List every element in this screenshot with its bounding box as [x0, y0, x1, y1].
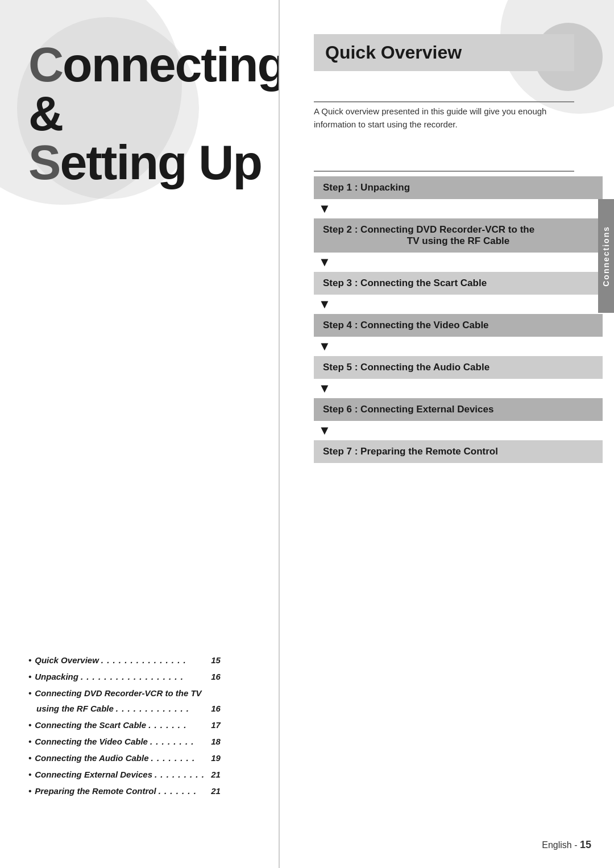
title-s-letter: S: [28, 135, 60, 189]
toc-item-scart: • Connecting the Scart Cable . . . . . .…: [28, 717, 221, 733]
toc-item-remote: • Preparing the Remote Control . . . . .…: [28, 783, 221, 799]
divider-line-2: [314, 171, 574, 172]
step-5-box: Step 5 : Connecting the Audio Cable: [314, 356, 603, 379]
step-2-sublabel: TV using the RF Cable: [323, 235, 594, 247]
steps-area: Step 1 : Unpacking ▼ Step 2 : Connecting…: [314, 176, 603, 465]
step-6-box: Step 6 : Connecting External Devices: [314, 398, 603, 421]
step-1-box: Step 1 : Unpacking: [314, 176, 603, 199]
left-panel: Connecting & Setting Up • Quick Overview…: [0, 0, 279, 868]
page-footer: English - 15: [542, 839, 591, 851]
right-panel: Quick Overview A Quick overview presente…: [280, 0, 614, 868]
divider-line-1: [314, 101, 574, 102]
step-5-label: Step 5 : Connecting the Audio Cable: [323, 362, 489, 373]
step-7-label: Step 7 : Preparing the Remote Control: [323, 446, 498, 457]
arrow-1: ▼: [318, 202, 603, 215]
step-3-box: Step 3 : Connecting the Scart Cable: [314, 272, 603, 295]
footer-text: English -: [542, 840, 580, 850]
description-text: A Quick overview presented in this guide…: [314, 105, 574, 131]
step-1-label: Step 1 : Unpacking: [323, 182, 410, 193]
page-number: 15: [580, 839, 591, 850]
arrow-6: ▼: [318, 424, 603, 437]
quick-overview-title: Quick Overview: [325, 42, 462, 63]
connections-label: Connections: [601, 226, 611, 287]
arrow-4: ▼: [318, 340, 603, 353]
quick-overview-box: Quick Overview: [314, 34, 574, 71]
step-2-box: Step 2 : Connecting DVD Recorder-VCR to …: [314, 218, 603, 253]
arrow-3: ▼: [318, 298, 603, 311]
toc-item-video: • Connecting the Video Cable . . . . . .…: [28, 734, 221, 749]
toc-item-external: • Connecting External Devices . . . . . …: [28, 767, 221, 782]
step-2-label: Step 2 : Connecting DVD Recorder-VCR to …: [323, 224, 594, 235]
toc-item-connecting-dvd: • Connecting DVD Recorder-VCR to the TV …: [28, 685, 221, 716]
title-line1: Connecting &: [28, 40, 279, 138]
main-title: Connecting & Setting Up: [28, 40, 279, 187]
step-7-box: Step 7 : Preparing the Remote Control: [314, 440, 603, 463]
title-c-letter: C: [28, 37, 63, 92]
arrow-5: ▼: [318, 382, 603, 395]
step-6-label: Step 6 : Connecting External Devices: [323, 404, 493, 415]
toc-item-quick-overview: • Quick Overview . . . . . . . . . . . .…: [28, 652, 221, 668]
toc-item-audio: • Connecting the Audio Cable . . . . . .…: [28, 750, 221, 766]
step-4-box: Step 4 : Connecting the Video Cable: [314, 314, 603, 337]
step-3-label: Step 3 : Connecting the Scart Cable: [323, 278, 487, 288]
arrow-2: ▼: [318, 256, 603, 268]
toc-item-unpacking: • Unpacking . . . . . . . . . . . . . . …: [28, 669, 221, 684]
toc-area: • Quick Overview . . . . . . . . . . . .…: [28, 652, 221, 800]
connections-sidebar: Connections: [598, 199, 614, 313]
step-4-label: Step 4 : Connecting the Video Cable: [323, 320, 489, 330]
title-line2: Setting Up: [28, 138, 279, 187]
